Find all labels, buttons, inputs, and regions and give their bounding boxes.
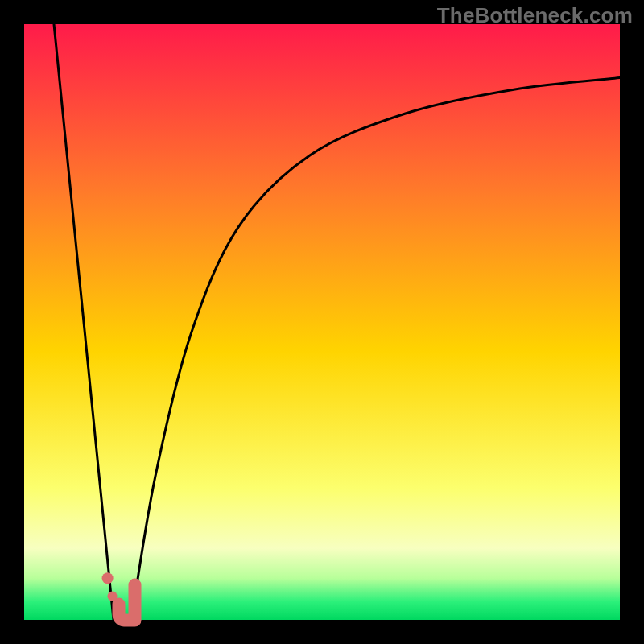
valley-dot-lower: [108, 591, 118, 601]
valley-dot-upper: [102, 572, 114, 584]
chart-frame: { "watermark": "TheBottleneck.com", "col…: [0, 0, 644, 644]
watermark-text: TheBottleneck.com: [437, 3, 633, 28]
heat-gradient-background: [24, 24, 620, 620]
chart-svg: [0, 0, 644, 644]
